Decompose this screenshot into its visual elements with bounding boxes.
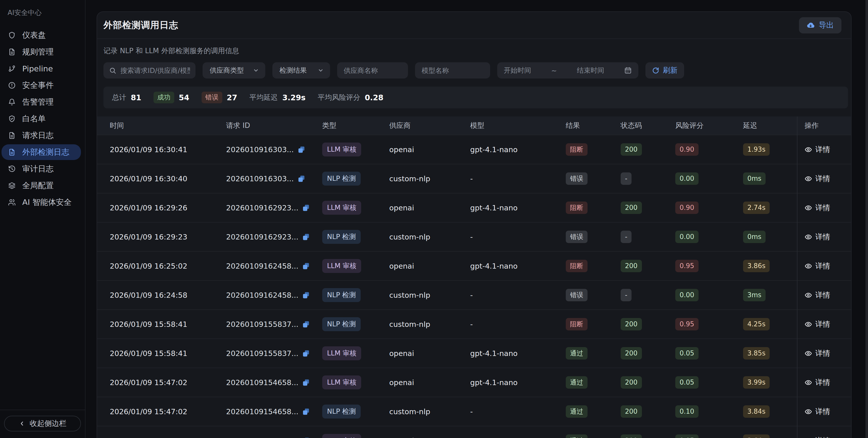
collapse-sidebar-label: 收起侧边栏 — [30, 418, 66, 429]
risk-score-badge: 0.95 — [675, 260, 699, 272]
result-badge: 通过 — [566, 434, 588, 438]
detail-button[interactable]: 详情 — [805, 261, 830, 271]
stat-error: 错误 27 — [202, 92, 238, 103]
type-badge: NLP 检测 — [322, 317, 361, 331]
sidebar-item-pipeline[interactable]: Pipeline — [2, 61, 81, 77]
cell-type: LLM 审核 — [322, 368, 389, 397]
model-name-input[interactable] — [422, 66, 484, 75]
sidebar-item-rules[interactable]: 规则管理 — [2, 44, 81, 60]
copy-request-id-button[interactable] — [302, 320, 310, 328]
cell-time: 2026/01/09 15:58:41 — [97, 310, 226, 339]
result-badge: 错误 — [566, 289, 588, 301]
copy-request-id-button[interactable] — [302, 262, 310, 270]
sidebar-item-audit-logs[interactable]: 审计日志 — [2, 161, 81, 177]
copy-request-id-button[interactable] — [302, 291, 310, 299]
copy-icon — [302, 262, 310, 270]
copy-request-id-button[interactable] — [298, 146, 306, 154]
copy-request-id-button[interactable] — [302, 204, 310, 212]
cell-time: 2026/01/09 16:24:58 — [97, 281, 226, 310]
detail-button[interactable]: 详情 — [805, 174, 830, 184]
cell-latency: 3.85s — [743, 339, 797, 368]
detail-button[interactable]: 详情 — [805, 319, 830, 329]
cell-status-code: - — [621, 164, 675, 193]
copy-request-id-button[interactable] — [298, 175, 306, 183]
cell-model: - — [470, 164, 566, 193]
copy-request-id-button[interactable] — [302, 349, 310, 357]
copy-request-id-button[interactable] — [302, 379, 310, 387]
stat-avg-risk-value: 0.28 — [365, 93, 383, 102]
detail-button[interactable]: 详情 — [805, 203, 830, 213]
cell-risk-score: 0.90 — [675, 193, 743, 222]
page-scrollbar[interactable] — [865, 0, 868, 438]
sidebar-item-alerts[interactable]: 告警管理 — [2, 94, 81, 110]
copy-request-id-button[interactable] — [302, 437, 310, 438]
sidebar-item-label: Pipeline — [22, 64, 53, 73]
shield-check-icon — [8, 115, 16, 122]
sidebar-item-external-detection-logs[interactable]: 外部检测日志 — [2, 144, 81, 160]
detail-button[interactable]: 详情 — [805, 232, 830, 242]
latency-badge: 0ms — [743, 172, 766, 185]
sidebar-item-global-config[interactable]: 全局配置 — [2, 178, 81, 194]
cell-time: 2026/01/09 15:47:02 — [97, 397, 226, 426]
date-range-picker[interactable]: 开始时间 ~ 结束时间 — [497, 62, 638, 79]
sidebar-item-security-events[interactable]: 安全事件 — [2, 78, 81, 93]
result-badge: 阻断 — [566, 202, 588, 214]
latency-badge: 3.84s — [743, 405, 770, 418]
latency-badge: 3.64s — [743, 434, 770, 438]
latency-badge: 3.99s — [743, 376, 770, 389]
sidebar-item-ai-agent-security[interactable]: AI 智能体安全 — [2, 195, 81, 210]
result-badge: 阻断 — [566, 318, 588, 330]
detection-result-select[interactable]: 检测结果 — [272, 62, 330, 79]
cell-type: NLP 检测 — [322, 164, 389, 193]
sidebar-item-whitelist[interactable]: 白名单 — [2, 111, 81, 126]
risk-score-badge: 0.00 — [675, 289, 699, 301]
cell-time: 2026/01/09 16:30:40 — [97, 164, 226, 193]
detail-button[interactable]: 详情 — [805, 378, 830, 388]
cell-result: 通过 — [566, 368, 621, 397]
result-badge: 通过 — [566, 376, 588, 389]
cell-type: LLM 审核 — [322, 193, 389, 222]
eye-icon — [805, 321, 812, 328]
stat-avg-risk-label: 平均风险评分 — [318, 93, 360, 102]
export-button[interactable]: 导出 — [799, 17, 841, 33]
collapse-sidebar-button[interactable]: 收起侧边栏 — [4, 416, 81, 431]
risk-score-badge: 0.00 — [675, 231, 699, 243]
history-icon — [8, 165, 16, 173]
provider-type-select[interactable]: 供应商类型 — [203, 62, 265, 79]
cell-request-id: 20260109155837... — [226, 310, 322, 339]
detail-button[interactable]: 详情 — [805, 436, 830, 438]
refresh-button[interactable]: 刷新 — [645, 62, 684, 79]
detail-button[interactable]: 详情 — [805, 290, 830, 300]
copy-request-id-button[interactable] — [302, 233, 310, 241]
detail-button[interactable]: 详情 — [805, 407, 830, 417]
table-row: 2026/01/09 16:24:58 20260109162458... NL… — [97, 281, 851, 310]
copy-icon — [302, 408, 310, 416]
copy-request-id-button[interactable] — [302, 408, 310, 416]
status-code-badge: 200 — [621, 318, 642, 330]
cell-model: gpt-4.1-nano — [470, 193, 566, 222]
status-code-badge: 200 — [621, 202, 642, 214]
stat-success-value: 54 — [179, 93, 189, 102]
provider-name-input[interactable] — [344, 66, 401, 75]
cell-time: 2026/01/09 16:29:23 — [97, 222, 226, 252]
cell-model: - — [470, 397, 566, 426]
eye-icon — [805, 262, 812, 270]
copy-icon — [302, 349, 310, 357]
detail-button[interactable]: 详情 — [805, 348, 830, 358]
sidebar-item-request-logs[interactable]: 请求日志 — [2, 127, 81, 143]
date-range-separator: ~ — [551, 66, 557, 75]
calendar-icon — [624, 66, 632, 74]
cell-model: - — [470, 222, 566, 252]
chevron-left-icon — [19, 420, 25, 427]
status-code-badge: 200 — [621, 260, 642, 272]
detail-button[interactable]: 详情 — [805, 145, 830, 155]
column-header-status-code: 状态码 — [621, 116, 675, 135]
cell-result: 阻断 — [566, 193, 621, 222]
cell-result: 通过 — [566, 426, 621, 438]
file-text-icon — [8, 132, 16, 139]
search-input[interactable] — [120, 66, 190, 75]
cell-provider: openai — [389, 193, 470, 222]
cell-request-id: 20260109153412... — [226, 426, 322, 438]
risk-score-badge: 0.90 — [675, 143, 699, 156]
sidebar-item-dashboard[interactable]: 仪表盘 — [2, 27, 81, 43]
